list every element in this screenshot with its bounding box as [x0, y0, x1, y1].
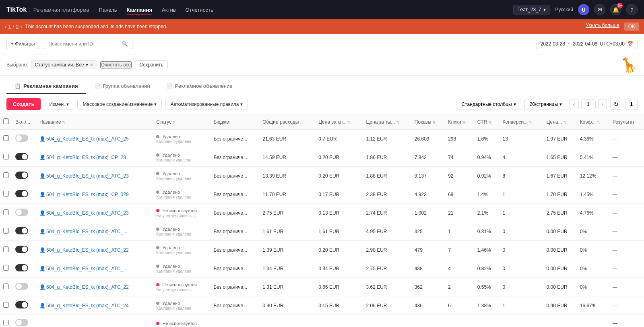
col-coeff[interactable]: Коэф...: [577, 114, 609, 130]
message-icon: ✉: [598, 7, 602, 13]
clear-all-button[interactable]: Очистить все: [100, 61, 132, 68]
columns-button[interactable]: Стандартные столбцы ▾: [456, 99, 521, 110]
brand-separator: :: [29, 6, 31, 13]
refresh-button[interactable]: ↻: [610, 99, 622, 110]
row-checkbox-0[interactable]: [3, 135, 9, 141]
campaign-toggle-5[interactable]: [15, 227, 28, 234]
campaign-name-4[interactable]: 604_g_KetoBIc_ES_tk (max)_ATC_23: [46, 210, 129, 216]
prev-page-button[interactable]: ‹: [570, 99, 578, 109]
campaign-toggle-6[interactable]: [15, 246, 28, 253]
cpt-8: 3.62 EUR: [363, 278, 411, 296]
save-button[interactable]: Сохранить: [135, 60, 168, 69]
alert-ok-button[interactable]: OK: [624, 23, 639, 31]
campaign-name-0[interactable]: 504_g_KetoBIc_ES_tk (max)_ATC_25: [46, 136, 129, 142]
conversions-3: 1: [500, 185, 543, 204]
campaign-name-6[interactable]: 504_g_KetoBIc_ES_tk (max)_ATC_22: [46, 247, 129, 253]
col-toggle: Вкл./...: [12, 114, 36, 130]
cpc-0: 0.7 EUR: [315, 130, 363, 148]
account-selector[interactable]: Теат_23_7 ▾: [513, 5, 551, 14]
campaign-toggle-7[interactable]: [15, 264, 28, 271]
search-input[interactable]: [48, 41, 120, 47]
messages-button[interactable]: ✉: [594, 4, 605, 15]
status-text-8: Не используется: [163, 282, 197, 287]
per-page-selector[interactable]: 20/страницы ▾: [524, 99, 567, 110]
campaign-toggle-4[interactable]: [15, 209, 28, 216]
campaign-toggle-2[interactable]: [15, 172, 28, 179]
row-checkbox-8[interactable]: [3, 284, 9, 289]
cpt-5: 4.95 EUR: [363, 222, 411, 241]
conv-price-4: 2.75 EUR: [543, 204, 577, 222]
filter-remove-icon[interactable]: ✕: [90, 62, 93, 68]
tab-campaign[interactable]: 📋 Рекламная кампания: [6, 79, 86, 94]
alert-learn-more[interactable]: Узнать больше: [586, 23, 619, 31]
notifications-button[interactable]: 🔔 3+: [610, 4, 621, 15]
row-checkbox-6[interactable]: [3, 246, 9, 252]
nav-asset[interactable]: Актив: [162, 5, 176, 14]
col-status[interactable]: Статус: [153, 114, 210, 130]
alert-prev-icon[interactable]: ‹: [5, 24, 6, 30]
col-spend[interactable]: Общие расходы: [259, 114, 315, 130]
create-button[interactable]: Создать: [6, 98, 41, 110]
row-checkbox-2[interactable]: [3, 172, 9, 178]
tab-ad-group[interactable]: 📄 Группа объявлений: [86, 79, 158, 94]
alert-next-icon[interactable]: ›: [20, 24, 22, 30]
status-dot-3: [156, 190, 159, 194]
status-dot-8: [156, 283, 159, 286]
ctr-2: 0.92%: [474, 167, 500, 185]
col-cpt[interactable]: Цена за ты...: [363, 114, 411, 130]
col-ctr[interactable]: CTR: [474, 114, 500, 130]
campaign-name-7[interactable]: 504_g_KetoBIc_ES_tk (max)_ATC_...: [46, 266, 127, 271]
col-cpc[interactable]: Цена за кл...: [315, 114, 363, 130]
spend-6: 1.39 EUR: [259, 241, 315, 259]
row-checkbox-9[interactable]: [3, 302, 9, 308]
campaign-toggle-1[interactable]: [15, 153, 28, 160]
filter-button[interactable]: + Фильтры: [6, 39, 39, 49]
nav-campaign[interactable]: Кампания: [127, 5, 152, 14]
status-dot-0: [156, 135, 159, 138]
bulk-create-label: Массовое создание/изменение: [83, 101, 153, 107]
auto-rules-button[interactable]: Автоматизированные правила ▾: [165, 99, 248, 110]
select-all-checkbox[interactable]: [3, 118, 9, 124]
row-checkbox-5[interactable]: [3, 228, 9, 234]
nav-panel[interactable]: Панель: [99, 5, 117, 14]
campaign-toggle-3[interactable]: [15, 190, 28, 197]
row-checkbox-4[interactable]: [3, 209, 9, 215]
tab-ad[interactable]: 📄 Рекламное объявление: [158, 79, 241, 94]
campaign-name-1[interactable]: 504_g_KetoBIc_ES_tk (max)_CP_28: [46, 155, 126, 160]
status-filter-tag[interactable]: Статус кампании: Все ▾ ✕: [31, 60, 97, 69]
row-checkbox-10[interactable]: [3, 320, 9, 325]
col-name[interactable]: Название: [36, 114, 153, 130]
campaign-toggle-9[interactable]: [15, 301, 28, 308]
user-avatar[interactable]: U: [578, 4, 589, 15]
status-text-9: Удалено: [163, 301, 180, 306]
change-button[interactable]: Измен. ▾: [44, 99, 74, 110]
columns-label: Стандартные столбцы: [461, 101, 512, 107]
date-range-picker[interactable]: 2022-03-28 ~ 2022-04-08 UTC+03:00 📅: [536, 39, 638, 49]
campaign-toggle-0[interactable]: [15, 135, 28, 142]
col-conv-price[interactable]: Цена...: [543, 114, 577, 130]
next-page-button[interactable]: ›: [598, 99, 607, 109]
result-7: —: [609, 259, 644, 278]
page-number-input[interactable]: [581, 99, 596, 109]
campaign-toggle-10[interactable]: [15, 319, 28, 326]
campaign-toggle-8[interactable]: [15, 283, 28, 290]
row-checkbox-1[interactable]: [3, 154, 9, 159]
col-impressions[interactable]: Показы: [411, 114, 445, 130]
row-checkbox-7[interactable]: [3, 265, 9, 271]
campaign-name-5[interactable]: 504_g_KetoBIc_ES_tk (max)_ATC_...: [46, 229, 127, 234]
nav-reporting[interactable]: Отчетность: [186, 5, 213, 14]
campaign-name-9[interactable]: 504_g_KetoBIc_ES_tk (max)_ATC_24: [46, 303, 129, 308]
budget-5: Без ограниче...: [210, 222, 259, 241]
campaign-name-3[interactable]: 504_g_KetoBIc_ES_tk (max)_CP_329: [46, 192, 129, 197]
impressions-9: 436: [411, 296, 445, 315]
bulk-create-button[interactable]: Массовое создание/изменение ▾: [77, 99, 162, 110]
ctr-0: 1.6%: [474, 130, 500, 148]
language-selector[interactable]: Русский: [555, 7, 573, 12]
row-checkbox-3[interactable]: [3, 191, 9, 197]
col-conversions[interactable]: Конверси...: [500, 114, 543, 130]
campaign-name-8[interactable]: 604_g_KetoBIc_ES_tk (max)_ATC_22: [46, 284, 129, 290]
help-button[interactable]: ?: [626, 4, 638, 15]
export-button[interactable]: ⬇: [625, 99, 638, 110]
campaign-name-2[interactable]: 504_g_KetoBIc_ES_tk (max)_ATC_23: [46, 173, 129, 179]
col-clicks[interactable]: Клики: [445, 114, 474, 130]
